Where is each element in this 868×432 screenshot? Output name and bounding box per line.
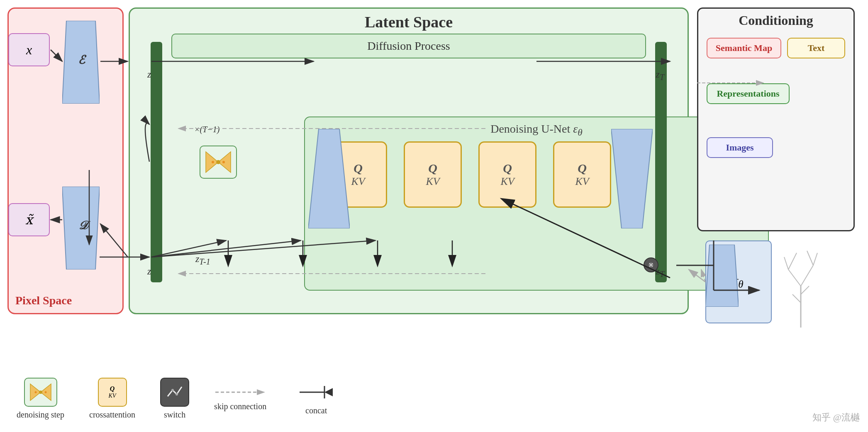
denoise-step-center [200, 146, 237, 179]
legend-denoise-icon [24, 378, 57, 407]
svg-point-24 [44, 391, 46, 393]
latent-space-label: Latent Space [365, 13, 453, 31]
latent-space-box: Latent Space Diffusion Process Denoising… [129, 7, 689, 314]
svg-point-27 [176, 393, 178, 396]
legend-qkv-icon: Q KV [98, 378, 127, 407]
svg-marker-1 [611, 129, 653, 228]
svg-marker-0 [308, 129, 350, 228]
legend: denoising step Q KV crossattention switc… [17, 378, 341, 420]
pixel-space-label: Pixel Space [15, 294, 72, 307]
encoder-trap [308, 129, 350, 228]
merge-node [644, 257, 658, 272]
conditioning-label: Conditioning [739, 13, 813, 28]
svg-marker-29 [257, 389, 265, 395]
z-label-top: z [147, 69, 151, 80]
legend-concat: concat [291, 382, 341, 415]
svg-line-18 [807, 251, 813, 265]
diffusion-process-label: Diffusion Process [367, 39, 450, 53]
tree-icon [780, 245, 822, 328]
z-label-bottom: z [147, 266, 151, 277]
qkv-box-4: Q KV [553, 141, 611, 208]
x-box: x [8, 33, 50, 66]
svg-point-23 [34, 391, 37, 393]
svg-line-16 [788, 253, 797, 269]
legend-skip-label: skip connection [214, 402, 266, 411]
decoder-trap [611, 129, 653, 228]
svg-line-15 [784, 257, 788, 269]
times-label: ×(T−1) [194, 125, 219, 134]
svg-line-17 [813, 253, 817, 265]
legend-crossattn-label: crossattention [89, 410, 135, 420]
qkv-box-3: Q KV [478, 141, 536, 208]
svg-line-13 [788, 269, 801, 286]
legend-switch: switch [160, 378, 189, 420]
legend-skip-icon [215, 386, 265, 398]
xtilde-box: x̃ [8, 203, 50, 236]
svg-line-14 [801, 265, 813, 286]
legend-denoising: denoising step [17, 378, 64, 420]
legend-concat-icon [291, 382, 341, 403]
qkv-box-2: Q KV [404, 141, 462, 208]
watermark: 知乎 @流樾 [812, 411, 860, 424]
legend-switch-label: switch [164, 410, 185, 420]
svg-point-5 [212, 161, 214, 163]
svg-point-26 [171, 389, 174, 391]
svg-point-4 [216, 160, 220, 164]
legend-skip: skip connection [214, 386, 266, 411]
legend-denoising-label: denoising step [17, 410, 64, 420]
legend-switch-icon [160, 378, 189, 407]
svg-line-11 [792, 294, 801, 303]
zt1-label: zT-1 [195, 253, 210, 267]
vbar-left [151, 42, 162, 282]
svg-marker-19 [705, 245, 739, 307]
svg-point-22 [39, 391, 42, 394]
zt-label-top: zT [656, 69, 664, 82]
diffusion-process-box: Diffusion Process [171, 34, 646, 58]
tag-images: Images [707, 137, 773, 158]
tag-repres: Representations [707, 83, 790, 104]
svg-point-6 [222, 161, 225, 163]
tag-text: Text [787, 38, 845, 58]
diagram: Pixel Space Latent Space Diffusion Proce… [0, 0, 868, 432]
svg-line-12 [801, 286, 809, 294]
decoder-label: 𝒟 [78, 219, 88, 233]
legend-concat-label: concat [305, 406, 327, 415]
unet-label: Denoising U-Net εθ [490, 122, 583, 138]
tag-semantic: Semantic Map [707, 38, 781, 58]
conditioning-box: Conditioning Semantic Map Text Represent… [697, 7, 855, 231]
svg-marker-32 [324, 388, 333, 396]
encoder-label: ℰ [78, 53, 85, 67]
legend-crossattn: Q KV crossattention [89, 378, 135, 420]
tau-image-trap [705, 245, 739, 307]
